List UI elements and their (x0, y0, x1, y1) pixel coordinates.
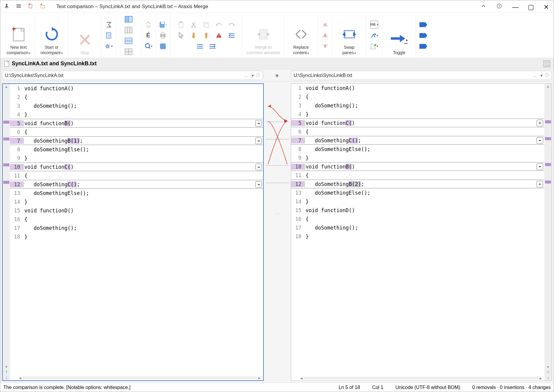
merge-right-button[interactable]: ➔ (255, 137, 262, 144)
merge-right-button[interactable]: ➔ (255, 164, 262, 170)
new-file-icon[interactable] (28, 3, 33, 10)
scroll-down-icon[interactable]: ▼ (544, 364, 552, 370)
code-line[interactable]: 2{ (10, 93, 263, 101)
cursor-icon[interactable] (177, 32, 185, 39)
code-line[interactable]: 12 doSomethingC();➔ (10, 180, 263, 189)
indent-equal-icon[interactable] (196, 42, 204, 50)
up-bar-icon[interactable] (202, 32, 210, 39)
right-minimap[interactable]: ▲ ▼ ⤒ ⤓ (544, 84, 552, 381)
menu-icon[interactable] (16, 3, 21, 10)
scroll-end-icon[interactable]: ⤓ (544, 375, 552, 381)
merge-left-button[interactable]: ⬅ (537, 137, 543, 144)
right-path-input[interactable]: U:\SyncLinks\SyncLinkB.txt … ▾ (291, 71, 552, 80)
left-path-ellipsis[interactable]: … (244, 73, 248, 78)
code-line[interactable]: 3 doSomething(); (10, 101, 263, 110)
horizontal-scrollbar[interactable]: ◀▶ (299, 376, 543, 381)
bookmark-1-icon[interactable] (419, 21, 427, 29)
new-folder-icon[interactable] (40, 3, 45, 10)
code-line[interactable]: 4} (291, 110, 544, 119)
code-line[interactable]: 14} (291, 197, 544, 206)
code-line[interactable]: 8 doSomethingElse(); (291, 145, 544, 153)
right-path-ellipsis[interactable]: … (533, 73, 537, 78)
code-line[interactable]: 4} (10, 110, 263, 119)
error-down-icon[interactable]: ! (215, 32, 223, 39)
accent-e-icon[interactable]: É (145, 32, 152, 39)
indent-right-icon[interactable] (209, 42, 216, 50)
code-line[interactable]: 11{ (10, 171, 263, 180)
left-code-body[interactable]: 1void functionA()2{3 doSomething();4}5vo… (10, 84, 263, 380)
code-line[interactable]: 17 doSomething(); (10, 224, 263, 232)
code-line[interactable]: 13 doSomethingElse(); (10, 189, 263, 197)
redo-icon[interactable] (228, 21, 235, 29)
gear-icon[interactable]: ▾ (105, 42, 113, 50)
horizontal-scrollbar[interactable]: ◀▶ (18, 375, 262, 380)
bookmark-3-icon[interactable] (419, 42, 427, 50)
right-path-dropdown-icon[interactable]: ▾ (540, 73, 543, 78)
undo-icon[interactable] (215, 21, 223, 29)
link-arrow-icon[interactable]: ▾ (370, 32, 378, 39)
code-line[interactable]: 7 doSomethingC();⬅ (291, 136, 544, 145)
code-line[interactable]: 16{ (10, 215, 263, 224)
scroll-end-icon[interactable]: ⤓ (3, 375, 10, 380)
code-line[interactable]: 5void functionB()➔ (10, 119, 263, 128)
recompare-button[interactable]: Start orrecompare▾ (35, 14, 68, 57)
document-small-icon[interactable] (105, 32, 113, 39)
code-line[interactable]: 16{ (291, 215, 544, 223)
code-line[interactable]: 9} (291, 153, 544, 162)
new-text-comparison-button[interactable]: New textcomparison▾ (2, 14, 35, 57)
right-code-body[interactable]: 1void functionA()2{3 doSomething();4}5vo… (291, 84, 544, 381)
right-code-panel[interactable]: 1void functionA()2{3 doSomething();4}5vo… (291, 83, 552, 381)
collapse-icon[interactable] (145, 21, 152, 29)
warn-up-icon[interactable]: ! (321, 21, 329, 29)
merge-right-button[interactable]: ➔ (255, 120, 262, 127)
print-icon[interactable] (159, 32, 167, 39)
code-line[interactable]: 1void functionA() (10, 84, 263, 93)
export-icon[interactable]: ▾ (370, 42, 378, 50)
paste-icon[interactable] (177, 21, 185, 29)
scroll-down-icon[interactable]: ▼ (3, 364, 10, 369)
merge-left-button[interactable]: ⬅ (537, 163, 543, 170)
left-path-dropdown-icon[interactable]: ▾ (252, 73, 254, 78)
minimize-button[interactable]: — (512, 4, 518, 9)
left-path-history-icon[interactable] (256, 73, 260, 78)
code-line[interactable]: 5void functionC()⬅ (291, 119, 544, 127)
scroll-up-icon[interactable]: ▲ (544, 84, 552, 89)
cut-icon[interactable] (190, 21, 198, 29)
merge-left-button[interactable]: ⬅ (537, 120, 543, 126)
merge-right-button[interactable]: ➔ (255, 181, 262, 188)
warn-down-icon[interactable]: ! (321, 42, 329, 50)
left-path-input[interactable]: U:\SyncLinks\SyncLinkA.txt … ▾ (2, 71, 263, 80)
down-bar-icon[interactable] (190, 32, 198, 39)
code-line[interactable]: 17 doSomething(); (291, 223, 544, 232)
center-ellipsis-icon[interactable]: ⋯ (266, 211, 289, 216)
sigma-icon[interactable] (105, 21, 113, 29)
swap-panes-button[interactable]: Swappanes▾ (333, 14, 366, 57)
code-line[interactable]: 6{ (291, 127, 544, 136)
code-line[interactable]: 9} (10, 154, 263, 162)
replace-content-button[interactable]: Replacecontent▾ (285, 14, 318, 57)
left-code-panel[interactable]: ▲ ▼ ⤒ ⤓ 1void functionA()2{3 doSomething… (2, 83, 264, 381)
code-line[interactable]: 15void functionD() (291, 206, 544, 215)
xml-icon[interactable]: XML▾ (370, 21, 378, 29)
expand-up-icon[interactable] (481, 3, 486, 10)
code-line[interactable]: 13 doSomethingElse(); (291, 188, 544, 197)
three-pane-icon[interactable] (125, 26, 132, 34)
code-line[interactable]: 10void functionC()➔ (10, 162, 263, 171)
scroll-home-icon[interactable]: ⤒ (3, 369, 10, 375)
horizontal-split-icon[interactable] (125, 37, 132, 45)
code-line[interactable]: 11{ (291, 171, 544, 180)
code-line[interactable]: 12 doSomethingB(2);⬅ (291, 180, 544, 188)
left-minimap[interactable]: ▲ ▼ ⤒ ⤓ (3, 84, 10, 380)
scroll-home-icon[interactable]: ⤒ (544, 370, 552, 375)
code-line[interactable]: 7 doSomethingB(1);➔ (10, 136, 263, 145)
merge-left-button[interactable]: ⬅ (537, 181, 543, 187)
select-all-icon[interactable] (159, 42, 167, 50)
code-line[interactable]: 3 doSomething(); (291, 101, 544, 110)
code-line[interactable]: 10void functionB()⬅ (291, 162, 544, 171)
grid-split-icon[interactable] (125, 48, 132, 56)
toggle-button[interactable]: Toggle (383, 14, 416, 57)
two-pane-icon[interactable] (125, 15, 132, 23)
warn-mid-icon[interactable]: ! (321, 32, 329, 39)
code-line[interactable]: 2{ (291, 92, 544, 101)
right-path-history-icon[interactable] (544, 73, 549, 78)
